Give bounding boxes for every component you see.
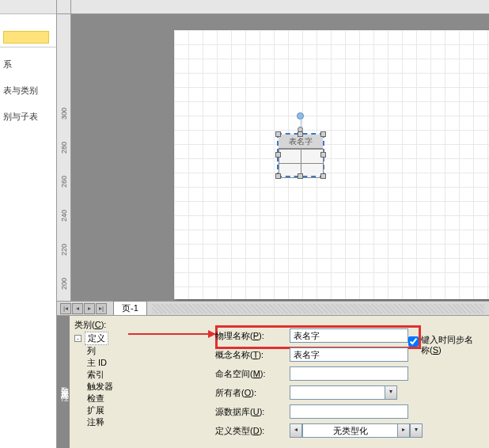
ruler-vertical: 200 220 240 260 280 300: [57, 14, 71, 301]
source-db-label: 源数据库(U):: [215, 406, 285, 418]
stencil-item[interactable]: 别与子表: [0, 100, 56, 126]
owner-combo[interactable]: ▾: [290, 385, 397, 400]
properties-vertical-tab[interactable]: 数据库属性: [57, 316, 70, 448]
ruler-horizontal: [71, 0, 489, 14]
stencil-item-selected[interactable]: [3, 31, 49, 44]
tab-last-button[interactable]: ▸|: [96, 303, 107, 314]
physical-name-input[interactable]: [290, 328, 408, 343]
resize-handle-icon[interactable]: [320, 152, 326, 158]
category-tree[interactable]: - 定义 列 主 ID 索引 触发器 检查 扩展 注释: [74, 332, 146, 428]
row-namespace: 命名空间(M):: [215, 366, 484, 381]
def-type-combo[interactable]: ◂ ▸ ▾: [290, 423, 423, 438]
sync-names-option[interactable]: 键入时同步名称(S): [408, 335, 480, 355]
resize-handle-icon[interactable]: [320, 131, 326, 137]
ruler-tick: 220: [60, 244, 68, 256]
tree-item[interactable]: 主 ID: [87, 357, 146, 369]
tree-item[interactable]: 扩展: [87, 404, 146, 416]
physical-name-label: 物理名称(P):: [215, 330, 285, 342]
resize-handle-icon[interactable]: [320, 173, 326, 179]
tab-strip-filler: [152, 304, 484, 313]
sync-names-label: 键入时同步名称(S): [421, 335, 480, 355]
concept-name-input[interactable]: [290, 347, 408, 362]
ruler-tick: 260: [60, 176, 68, 188]
concept-name-label: 概念名称(T):: [215, 349, 285, 361]
ruler-tick: 240: [60, 210, 68, 222]
chevron-right-icon[interactable]: ▸: [397, 423, 410, 438]
ruler-corner: [57, 0, 71, 14]
chevron-down-icon[interactable]: ▾: [385, 385, 397, 400]
ruler-tick: 300: [60, 108, 68, 120]
owner-input[interactable]: [290, 385, 385, 400]
resize-handle-icon[interactable]: [275, 152, 281, 158]
stencil-item[interactable]: 系: [0, 47, 56, 74]
tree-item[interactable]: 检查: [87, 393, 146, 404]
tab-nav-buttons: |◂ ◂ ▸ ▸|: [57, 303, 110, 314]
entity-shape[interactable]: 表名字: [277, 133, 324, 177]
database-properties-panel: 数据库属性 类别(C): - 定义 列 主 ID 索引 触发器 检查 扩展 注释…: [57, 315, 489, 448]
annotation-arrow-icon: [128, 333, 215, 335]
namespace-label: 命名空间(M):: [215, 368, 285, 380]
source-db-input[interactable]: [290, 404, 408, 419]
resize-handle-icon[interactable]: [298, 131, 303, 137]
owner-label: 所有者(O):: [215, 387, 285, 399]
tab-first-button[interactable]: |◂: [60, 303, 71, 314]
drawing-canvas-wrapper: 200 220 240 260 280 300 表名字: [57, 0, 489, 301]
tree-expand-icon[interactable]: -: [74, 335, 82, 342]
chevron-left-icon[interactable]: ◂: [290, 423, 302, 438]
tree-item[interactable]: 索引: [87, 369, 146, 381]
def-type-label: 定义类型(D):: [215, 425, 285, 437]
tree-children: 列 主 ID 索引 触发器 检查 扩展 注释: [87, 345, 146, 428]
resize-handle-icon[interactable]: [298, 173, 303, 179]
chevron-down-icon[interactable]: ▾: [410, 423, 423, 438]
resize-handle-icon[interactable]: [275, 173, 281, 179]
left-category-panel: 系 表与类别 别与子表: [0, 0, 57, 301]
ruler-tick: 200: [60, 278, 68, 290]
tree-root-label[interactable]: 定义: [85, 332, 108, 345]
ruler-tick: 280: [60, 142, 68, 154]
tree-item[interactable]: 注释: [87, 416, 146, 428]
row-owner: 所有者(O): ▾: [215, 385, 484, 400]
resize-handle-icon[interactable]: [275, 131, 281, 137]
drawing-page[interactable]: [174, 30, 489, 299]
tab-next-button[interactable]: ▸: [84, 303, 95, 314]
left-panel-selected-row[interactable]: [0, 14, 56, 47]
canvas-background[interactable]: 表名字: [71, 14, 489, 301]
category-heading: 类别(C):: [74, 319, 106, 331]
namespace-input[interactable]: [290, 366, 408, 381]
row-def-type: 定义类型(D): ◂ ▸ ▾: [215, 423, 484, 438]
tab-prev-button[interactable]: ◂: [72, 303, 83, 314]
tree-item[interactable]: 列: [87, 345, 146, 357]
sync-names-checkbox[interactable]: [408, 336, 419, 347]
left-panel-lower: [0, 301, 57, 448]
page-tab-strip: |◂ ◂ ▸ ▸| 页-1: [57, 301, 489, 315]
page-tab[interactable]: 页-1: [113, 301, 147, 316]
row-source-db: 源数据库(U):: [215, 404, 484, 419]
left-panel-header: [0, 0, 56, 14]
tree-item[interactable]: 触发器: [87, 381, 146, 393]
def-type-input[interactable]: [302, 423, 397, 438]
stencil-item[interactable]: 表与类别: [0, 74, 56, 100]
